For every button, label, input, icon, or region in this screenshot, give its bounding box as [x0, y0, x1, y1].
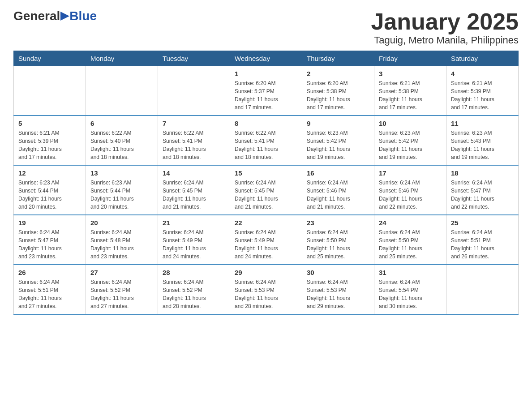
- day-info: Sunrise: 6:24 AM Sunset: 5:45 PM Dayligh…: [163, 179, 225, 211]
- day-info: Sunrise: 6:23 AM Sunset: 5:44 PM Dayligh…: [18, 179, 81, 211]
- day-number: 30: [307, 269, 369, 276]
- logo-general-text: General: [13, 9, 60, 23]
- day-number: 5: [18, 120, 81, 127]
- week-row-2: 5Sunrise: 6:21 AM Sunset: 5:39 PM Daylig…: [14, 116, 519, 165]
- day-cell: 21Sunrise: 6:24 AM Sunset: 5:49 PM Dayli…: [158, 215, 230, 265]
- day-cell: 25Sunrise: 6:24 AM Sunset: 5:51 PM Dayli…: [446, 215, 519, 265]
- day-info: Sunrise: 6:23 AM Sunset: 5:43 PM Dayligh…: [451, 129, 514, 161]
- day-cell: 24Sunrise: 6:24 AM Sunset: 5:50 PM Dayli…: [374, 215, 446, 265]
- day-cell: 2Sunrise: 6:20 AM Sunset: 5:38 PM Daylig…: [302, 66, 374, 116]
- day-cell: 28Sunrise: 6:24 AM Sunset: 5:52 PM Dayli…: [158, 265, 230, 314]
- day-cell: 29Sunrise: 6:24 AM Sunset: 5:53 PM Dayli…: [230, 265, 302, 314]
- day-number: 3: [379, 70, 442, 77]
- day-number: 24: [379, 219, 442, 227]
- header-cell-thursday: Thursday: [302, 51, 374, 66]
- day-cell: 15Sunrise: 6:24 AM Sunset: 5:45 PM Dayli…: [230, 165, 302, 215]
- day-cell: 16Sunrise: 6:24 AM Sunset: 5:46 PM Dayli…: [302, 165, 374, 215]
- week-row-5: 26Sunrise: 6:24 AM Sunset: 5:51 PM Dayli…: [14, 265, 519, 314]
- day-cell: 14Sunrise: 6:24 AM Sunset: 5:45 PM Dayli…: [158, 165, 230, 215]
- day-info: Sunrise: 6:20 AM Sunset: 5:38 PM Dayligh…: [307, 79, 369, 111]
- day-number: 12: [18, 169, 81, 177]
- day-info: Sunrise: 6:22 AM Sunset: 5:41 PM Dayligh…: [163, 129, 225, 161]
- day-cell: 5Sunrise: 6:21 AM Sunset: 5:39 PM Daylig…: [14, 116, 86, 165]
- calendar-header: SundayMondayTuesdayWednesdayThursdayFrid…: [14, 51, 519, 66]
- day-cell: 12Sunrise: 6:23 AM Sunset: 5:44 PM Dayli…: [14, 165, 86, 215]
- day-number: 17: [379, 169, 442, 177]
- day-cell: 13Sunrise: 6:23 AM Sunset: 5:44 PM Dayli…: [86, 165, 158, 215]
- day-cell: 23Sunrise: 6:24 AM Sunset: 5:50 PM Dayli…: [302, 215, 374, 265]
- day-info: Sunrise: 6:21 AM Sunset: 5:39 PM Dayligh…: [451, 79, 514, 111]
- header-cell-saturday: Saturday: [446, 51, 519, 66]
- day-cell: 7Sunrise: 6:22 AM Sunset: 5:41 PM Daylig…: [158, 116, 230, 165]
- day-info: Sunrise: 6:22 AM Sunset: 5:40 PM Dayligh…: [90, 129, 153, 161]
- day-info: Sunrise: 6:21 AM Sunset: 5:39 PM Dayligh…: [18, 129, 81, 161]
- day-number: 10: [379, 120, 442, 127]
- day-info: Sunrise: 6:22 AM Sunset: 5:41 PM Dayligh…: [235, 129, 297, 161]
- day-number: 6: [90, 120, 153, 127]
- day-cell: [158, 66, 230, 116]
- page-subtitle: Taguig, Metro Manila, Philippines: [371, 34, 519, 46]
- day-cell: 10Sunrise: 6:23 AM Sunset: 5:42 PM Dayli…: [374, 116, 446, 165]
- day-info: Sunrise: 6:24 AM Sunset: 5:49 PM Dayligh…: [235, 228, 297, 261]
- header-cell-sunday: Sunday: [14, 51, 86, 66]
- day-number: 23: [307, 219, 369, 227]
- day-info: Sunrise: 6:24 AM Sunset: 5:45 PM Dayligh…: [235, 179, 297, 211]
- day-cell: 27Sunrise: 6:24 AM Sunset: 5:52 PM Dayli…: [86, 265, 158, 314]
- day-cell: 20Sunrise: 6:24 AM Sunset: 5:48 PM Dayli…: [86, 215, 158, 265]
- day-info: Sunrise: 6:24 AM Sunset: 5:54 PM Dayligh…: [379, 278, 442, 310]
- day-cell: 22Sunrise: 6:24 AM Sunset: 5:49 PM Dayli…: [230, 215, 302, 265]
- day-number: 29: [235, 269, 297, 276]
- logo: General Blue: [13, 9, 97, 23]
- day-cell: 4Sunrise: 6:21 AM Sunset: 5:39 PM Daylig…: [446, 66, 519, 116]
- page-header: General Blue January 2025 Taguig, Metro …: [13, 9, 519, 46]
- header-cell-friday: Friday: [374, 51, 446, 66]
- day-number: 4: [451, 70, 514, 77]
- header-cell-tuesday: Tuesday: [158, 51, 230, 66]
- day-cell: 3Sunrise: 6:21 AM Sunset: 5:38 PM Daylig…: [374, 66, 446, 116]
- day-info: Sunrise: 6:24 AM Sunset: 5:52 PM Dayligh…: [163, 278, 225, 310]
- week-row-1: 1Sunrise: 6:20 AM Sunset: 5:37 PM Daylig…: [14, 66, 519, 116]
- day-cell: [446, 265, 519, 314]
- header-cell-wednesday: Wednesday: [230, 51, 302, 66]
- day-number: 11: [451, 120, 514, 127]
- day-number: 19: [18, 219, 81, 227]
- day-cell: 26Sunrise: 6:24 AM Sunset: 5:51 PM Dayli…: [14, 265, 86, 314]
- day-info: Sunrise: 6:20 AM Sunset: 5:37 PM Dayligh…: [235, 79, 297, 111]
- header-row: SundayMondayTuesdayWednesdayThursdayFrid…: [14, 51, 519, 66]
- day-info: Sunrise: 6:24 AM Sunset: 5:51 PM Dayligh…: [18, 278, 81, 310]
- day-cell: [14, 66, 86, 116]
- day-number: 15: [235, 169, 297, 177]
- day-info: Sunrise: 6:24 AM Sunset: 5:52 PM Dayligh…: [90, 278, 153, 310]
- day-cell: 30Sunrise: 6:24 AM Sunset: 5:53 PM Dayli…: [302, 265, 374, 314]
- day-number: 22: [235, 219, 297, 227]
- day-info: Sunrise: 6:24 AM Sunset: 5:46 PM Dayligh…: [379, 179, 442, 211]
- day-info: Sunrise: 6:23 AM Sunset: 5:44 PM Dayligh…: [90, 179, 153, 211]
- calendar-table: SundayMondayTuesdayWednesdayThursdayFrid…: [13, 51, 519, 315]
- day-number: 7: [163, 120, 225, 127]
- day-number: 9: [307, 120, 369, 127]
- week-row-4: 19Sunrise: 6:24 AM Sunset: 5:47 PM Dayli…: [14, 215, 519, 265]
- day-cell: 17Sunrise: 6:24 AM Sunset: 5:46 PM Dayli…: [374, 165, 446, 215]
- title-block: January 2025 Taguig, Metro Manila, Phili…: [371, 9, 519, 46]
- day-number: 2: [307, 70, 369, 77]
- day-info: Sunrise: 6:24 AM Sunset: 5:46 PM Dayligh…: [307, 179, 369, 211]
- day-number: 25: [451, 219, 514, 227]
- day-info: Sunrise: 6:24 AM Sunset: 5:50 PM Dayligh…: [307, 228, 369, 261]
- day-number: 18: [451, 169, 514, 177]
- day-cell: 1Sunrise: 6:20 AM Sunset: 5:37 PM Daylig…: [230, 66, 302, 116]
- day-info: Sunrise: 6:23 AM Sunset: 5:42 PM Dayligh…: [379, 129, 442, 161]
- day-cell: 9Sunrise: 6:23 AM Sunset: 5:42 PM Daylig…: [302, 116, 374, 165]
- header-cell-monday: Monday: [86, 51, 158, 66]
- day-number: 28: [163, 269, 225, 276]
- day-info: Sunrise: 6:24 AM Sunset: 5:47 PM Dayligh…: [451, 179, 514, 211]
- week-row-3: 12Sunrise: 6:23 AM Sunset: 5:44 PM Dayli…: [14, 165, 519, 215]
- day-number: 26: [18, 269, 81, 276]
- day-number: 27: [90, 269, 153, 276]
- day-info: Sunrise: 6:24 AM Sunset: 5:47 PM Dayligh…: [18, 228, 81, 261]
- day-info: Sunrise: 6:24 AM Sunset: 5:53 PM Dayligh…: [307, 278, 369, 310]
- day-info: Sunrise: 6:24 AM Sunset: 5:48 PM Dayligh…: [90, 228, 153, 261]
- day-info: Sunrise: 6:24 AM Sunset: 5:53 PM Dayligh…: [235, 278, 297, 310]
- calendar-body: 1Sunrise: 6:20 AM Sunset: 5:37 PM Daylig…: [14, 66, 519, 315]
- day-number: 14: [163, 169, 225, 177]
- logo-arrow-icon: [60, 12, 69, 21]
